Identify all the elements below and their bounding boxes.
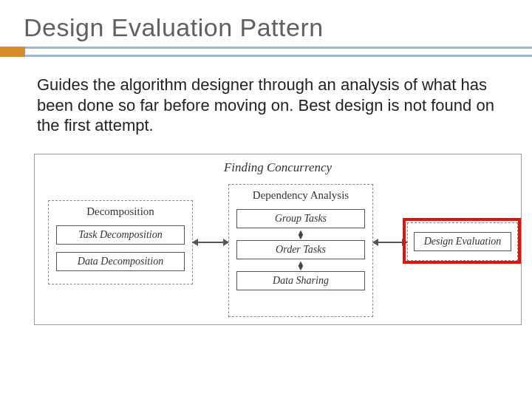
- body-paragraph: Guides the algorithm designer through an…: [37, 75, 505, 136]
- order-tasks-node: Order Tasks: [236, 240, 365, 259]
- accent-orange: [0, 47, 25, 57]
- arrow-decomp-to-dep: [193, 242, 228, 243]
- group-tasks-node: Group Tasks: [236, 209, 365, 228]
- title-underline: [0, 47, 532, 57]
- updown-arrow-icon: ▲▼: [229, 230, 372, 239]
- dependency-label: Dependency Analysis: [229, 185, 372, 209]
- decomposition-group: Decomposition Task Decomposition Data De…: [48, 200, 193, 284]
- dependency-group: Dependency Analysis Group Tasks ▲▼ Order…: [228, 184, 373, 317]
- slide: Design Evaluation Pattern Guides the alg…: [0, 0, 532, 399]
- highlight-box: [403, 218, 521, 264]
- decomposition-label: Decomposition: [49, 201, 192, 225]
- diagram-title: Finding Concurrency: [35, 160, 521, 175]
- updown-arrow-icon: ▲▼: [229, 261, 372, 270]
- accent-blue: [25, 47, 532, 57]
- slide-title: Design Evaluation Pattern: [24, 13, 508, 42]
- data-sharing-node: Data Sharing: [236, 271, 365, 290]
- diagram: Finding Concurrency Decomposition Task D…: [34, 154, 522, 325]
- data-decomposition-node: Data Decomposition: [56, 252, 185, 271]
- task-decomposition-node: Task Decomposition: [56, 225, 185, 245]
